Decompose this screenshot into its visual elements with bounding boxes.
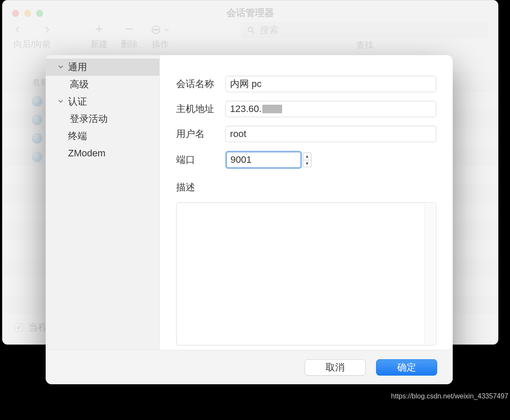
sidebar-item-label: 登录活动	[70, 112, 108, 125]
sidebar-item-zmodem[interactable]: ZModem	[46, 145, 159, 162]
port-stepper[interactable]: ▲ ▼	[303, 152, 311, 167]
sidebar-item-label: 通用	[68, 61, 87, 74]
sidebar-item-label: 高级	[70, 78, 89, 91]
sidebar-item-login-activity[interactable]: 登录活动	[46, 110, 159, 128]
cancel-button[interactable]: 取消	[305, 359, 366, 376]
settings-sidebar: 通用 高级 认证 登录活动 终端 ZModem	[46, 55, 160, 350]
sidebar-item-label: ZModem	[68, 148, 106, 159]
redacted-icon	[262, 105, 282, 113]
description-field[interactable]	[176, 202, 436, 345]
sidebar-item-terminal[interactable]: 终端	[46, 128, 159, 145]
session-form: 会话名称 内网 pc 主机地址 123.60. 用户名 root	[160, 55, 453, 350]
watermark: https://blog.csdn.net/weixin_43357497	[391, 392, 508, 400]
chevron-down-icon	[58, 64, 65, 71]
username-label: 用户名	[176, 128, 217, 140]
session-edit-dialog: 通用 高级 认证 登录活动 终端 ZModem	[46, 55, 453, 384]
username-field[interactable]: root	[225, 126, 436, 142]
session-name-field[interactable]: 内网 pc	[225, 76, 436, 92]
host-field[interactable]: 123.60.	[225, 101, 436, 117]
sidebar-item-advanced[interactable]: 高级	[46, 76, 159, 93]
sidebar-item-label: 认证	[68, 95, 87, 108]
sidebar-item-general[interactable]: 通用	[46, 59, 159, 76]
description-label: 描述	[176, 181, 436, 194]
dialog-footer: 取消 确定	[46, 350, 453, 384]
stepper-down-icon[interactable]: ▼	[303, 160, 311, 168]
sidebar-item-label: 终端	[68, 130, 87, 143]
sidebar-item-auth[interactable]: 认证	[46, 93, 159, 110]
stepper-up-icon[interactable]: ▲	[303, 152, 311, 160]
host-label: 主机地址	[176, 103, 217, 115]
chevron-down-icon	[58, 98, 65, 105]
session-name-label: 会话名称	[176, 78, 217, 90]
port-field[interactable]: 9001	[225, 151, 302, 169]
port-label: 端口	[176, 153, 217, 166]
ok-button[interactable]: 确定	[376, 359, 437, 376]
